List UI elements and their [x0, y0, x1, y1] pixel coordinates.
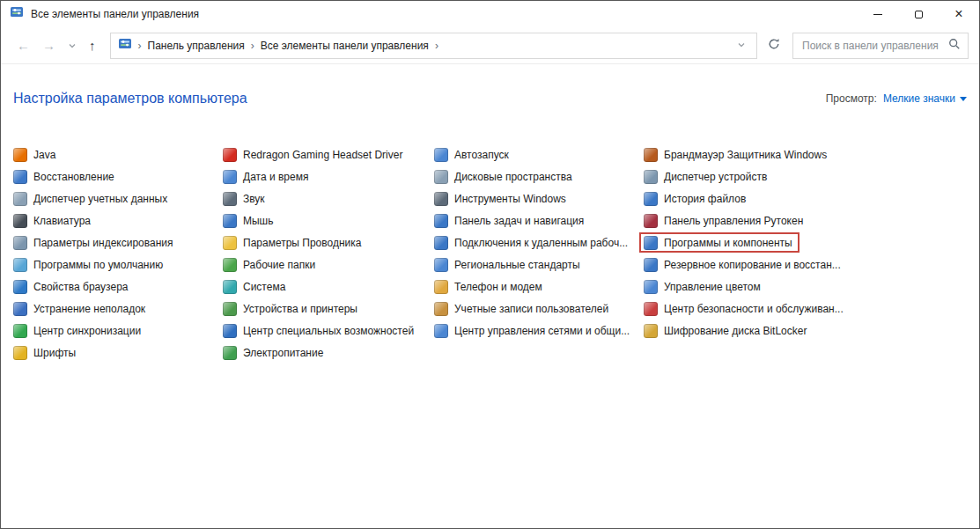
control-panel-item-user-accounts[interactable]: Учетные записи пользователей: [434, 298, 608, 320]
breadcrumb-location-icon: [118, 37, 132, 54]
control-panel-item-storage-spaces[interactable]: Дисковые пространства: [434, 165, 572, 187]
control-panel-item-sync-center[interactable]: Центр синхронизации: [13, 320, 141, 342]
control-panel-item-rutoken-control-panel[interactable]: Панель управления Рутокен: [644, 209, 803, 231]
control-panel-item-color-management[interactable]: Управление цветом: [644, 276, 761, 298]
window-title: Все элементы панели управления: [31, 8, 199, 20]
control-panel-item-credential-manager[interactable]: Диспетчер учетных данных: [13, 187, 167, 209]
refresh-button[interactable]: [764, 34, 784, 56]
control-panel-item-defender-firewall[interactable]: Брандмауэр Защитника Windows: [644, 143, 827, 165]
maximize-button[interactable]: [898, 1, 939, 27]
items-column-4: Брандмауэр Защитника WindowsДиспетчер ус…: [644, 143, 967, 364]
address-bar: › Панель управления › Все элементы панел…: [110, 33, 758, 59]
devices-printers-icon: [223, 302, 237, 316]
ease-of-access-icon: [223, 324, 237, 338]
control-panel-item-bitlocker[interactable]: Шифрование диска BitLocker: [644, 320, 807, 342]
control-panel-item-backup-restore[interactable]: Резервное копирование и восстан...: [644, 253, 841, 276]
autoplay-icon: [434, 148, 448, 162]
control-panel-window: Все элементы панели управления × ← → ↑ ›…: [0, 0, 980, 529]
item-label: Клавиатура: [33, 215, 91, 227]
control-panel-item-mouse[interactable]: Мышь: [223, 209, 274, 231]
item-label: Электропитание: [243, 347, 323, 359]
control-panel-item-device-manager[interactable]: Диспетчер устройств: [644, 165, 767, 187]
control-panel-item-taskbar-navigation[interactable]: Панель задач и навигация: [434, 209, 584, 231]
item-label: Центр синхронизации: [33, 325, 141, 337]
forward-button[interactable]: →: [37, 34, 61, 56]
refresh-icon: [768, 38, 780, 53]
control-panel-item-keyboard[interactable]: Клавиатура: [13, 209, 91, 231]
control-panel-item-java[interactable]: Java: [13, 143, 55, 165]
control-panel-item-remote-desktop-connections[interactable]: Подключения к удаленным рабоч...: [434, 231, 628, 253]
item-label: Звук: [243, 193, 265, 205]
control-panel-item-devices-printers[interactable]: Устройства и принтеры: [223, 298, 357, 320]
items-column-3: АвтозапускДисковые пространстваИнструмен…: [434, 143, 644, 364]
control-panel-item-autoplay[interactable]: Автозапуск: [434, 143, 509, 165]
control-panel-item-sound[interactable]: Звук: [223, 187, 265, 209]
control-panel-item-work-folders[interactable]: Рабочие папки: [223, 253, 315, 276]
item-label: Учетные записи пользователей: [454, 303, 608, 315]
items-grid: JavaВосстановлениеДиспетчер учетных данн…: [13, 143, 967, 364]
region-icon: [434, 258, 448, 272]
windows-tools-icon: [434, 192, 448, 206]
up-button[interactable]: ↑: [84, 34, 101, 56]
window-controls: ×: [858, 1, 979, 27]
item-label: Параметры индексирования: [33, 237, 173, 249]
date-time-icon: [223, 170, 237, 184]
control-panel-item-internet-options[interactable]: Свойства браузера: [13, 276, 129, 298]
item-label: Телефон и модем: [454, 281, 542, 293]
item-label: Дата и время: [243, 171, 308, 183]
rutoken-control-panel-icon: [644, 214, 658, 228]
indexing-options-icon: [13, 236, 27, 250]
control-panel-item-default-programs[interactable]: Программы по умолчанию: [13, 253, 163, 276]
control-panel-item-network-sharing-center[interactable]: Центр управления сетями и общи...: [434, 320, 630, 342]
control-panel-item-ease-of-access[interactable]: Центр специальных возможностей: [223, 320, 414, 342]
minimize-button[interactable]: [858, 1, 898, 27]
control-panel-item-fonts[interactable]: Шрифты: [13, 342, 76, 364]
item-label: Java: [33, 149, 55, 161]
control-panel-item-redragon-driver[interactable]: Redragon Gaming Headset Driver: [223, 143, 402, 165]
back-button[interactable]: ←: [11, 34, 35, 56]
breadcrumb-separator: ›: [433, 40, 440, 52]
item-label: Мышь: [243, 215, 274, 227]
breadcrumb-all-items[interactable]: Все элементы панели управления: [261, 40, 429, 52]
recovery-icon: [13, 170, 27, 184]
control-panel-item-indexing-options[interactable]: Параметры индексирования: [13, 231, 173, 253]
titlebar-left: Все элементы панели управления: [1, 5, 199, 23]
item-label: Redragon Gaming Headset Driver: [243, 149, 402, 161]
control-panel-item-region[interactable]: Региональные стандарты: [434, 253, 580, 276]
bitlocker-icon: [644, 324, 658, 338]
maximize-icon: [915, 11, 923, 18]
control-panel-app-icon: [10, 5, 24, 23]
control-panel-item-system[interactable]: Система: [223, 276, 285, 298]
item-label: Инструменты Windows: [454, 193, 566, 205]
control-panel-item-file-history[interactable]: История файлов: [644, 187, 746, 209]
breadcrumb-control-panel[interactable]: Панель управления: [148, 40, 245, 52]
mouse-icon: [223, 214, 237, 228]
minimize-icon: [873, 14, 882, 15]
control-panel-item-recovery[interactable]: Восстановление: [13, 165, 114, 187]
control-panel-item-programs-features[interactable]: Программы и компоненты: [644, 231, 792, 253]
sound-icon: [223, 192, 237, 206]
control-panel-item-windows-tools[interactable]: Инструменты Windows: [434, 187, 566, 209]
chevron-down-icon: [68, 38, 77, 53]
control-panel-item-power-options[interactable]: Электропитание: [223, 342, 323, 364]
recent-locations-button[interactable]: [63, 34, 82, 56]
address-dropdown-button[interactable]: [733, 35, 749, 55]
backup-restore-icon: [644, 258, 658, 272]
control-panel-item-phone-modem[interactable]: Телефон и модем: [434, 276, 542, 298]
power-options-icon: [223, 346, 237, 360]
item-label: Панель управления Рутокен: [664, 215, 803, 227]
control-panel-item-date-time[interactable]: Дата и время: [223, 165, 308, 187]
close-button[interactable]: ×: [939, 1, 979, 27]
control-panel-item-security-maintenance[interactable]: Центр безопасности и обслуживан...: [644, 298, 844, 320]
keyboard-icon: [13, 214, 27, 228]
search-icon: [948, 38, 961, 54]
view-value-dropdown[interactable]: Мелкие значки: [883, 92, 967, 105]
forward-icon: →: [42, 38, 55, 53]
search-input[interactable]: [800, 39, 943, 53]
redragon-driver-icon: [223, 148, 237, 162]
security-maintenance-icon: [644, 302, 658, 316]
control-panel-item-explorer-options[interactable]: Параметры Проводника: [223, 231, 361, 253]
control-panel-item-troubleshooting[interactable]: Устранение неполадок: [13, 298, 145, 320]
item-label: Управление цветом: [664, 281, 761, 293]
sync-center-icon: [13, 324, 27, 338]
